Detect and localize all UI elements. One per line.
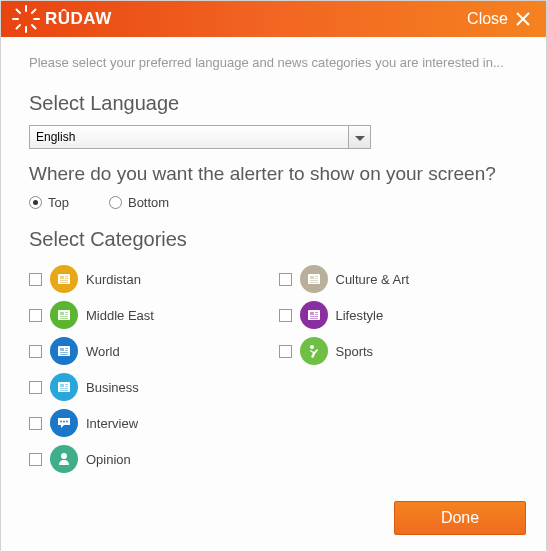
svg-rect-47 [315,314,318,315]
category-label: Interview [86,416,138,431]
category-checkbox[interactable] [279,273,292,286]
category-item: Kurdistan [29,261,269,297]
category-item: Business [29,369,269,405]
svg-point-50 [310,345,314,349]
category-checkbox[interactable] [29,381,42,394]
dialog-header: RÛDAW Close [1,1,546,37]
svg-rect-46 [315,312,318,313]
close-icon [514,10,532,28]
category-item: Opinion [29,441,269,477]
category-label: Business [86,380,139,395]
radio-label: Top [48,195,69,210]
news-icon [50,301,78,329]
radio-option-top[interactable]: Top [29,195,69,210]
dialog-footer: Done [1,491,546,551]
radio-option-bottom[interactable]: Bottom [109,195,169,210]
brand-logo: RÛDAW [11,4,112,34]
category-checkbox[interactable] [29,417,42,430]
categories-grid: KurdistanMiddle EastWorldBusinessIntervi… [29,261,518,477]
svg-rect-39 [310,276,314,279]
category-item: Sports [279,333,519,369]
svg-rect-19 [65,314,68,315]
category-label: Middle East [86,308,154,323]
news-icon [50,265,78,293]
category-checkbox[interactable] [29,345,42,358]
opinion-icon [50,445,78,473]
svg-rect-14 [60,280,68,281]
alerter-question: Where do you want the alerter to show on… [29,163,518,185]
news-icon [50,373,78,401]
svg-rect-24 [65,348,68,349]
radio-icon [29,196,42,209]
category-label: Opinion [86,452,131,467]
svg-rect-13 [65,278,68,279]
svg-rect-29 [60,384,64,387]
category-label: World [86,344,120,359]
category-label: Sports [336,344,374,359]
svg-rect-23 [60,348,64,351]
svg-rect-21 [60,318,68,319]
brand-text: RÛDAW [45,9,112,29]
language-select[interactable]: English [29,125,349,149]
svg-line-5 [32,25,36,29]
sun-icon [11,4,41,34]
svg-rect-33 [60,390,68,391]
svg-rect-18 [65,312,68,313]
svg-rect-20 [60,316,68,317]
category-item: Culture & Art [279,261,519,297]
svg-rect-32 [60,388,68,389]
categories-left-column: KurdistanMiddle EastWorldBusinessIntervi… [29,261,269,477]
alerter-position-group: Top Bottom [29,195,518,210]
categories-heading: Select Categories [29,228,518,251]
news-icon [300,265,328,293]
svg-rect-45 [310,312,314,315]
category-checkbox[interactable] [279,309,292,322]
svg-rect-11 [60,276,64,279]
svg-rect-15 [60,282,68,283]
language-selected-value: English [36,130,75,144]
svg-point-35 [63,421,65,423]
category-checkbox[interactable] [29,453,42,466]
speech-icon [50,409,78,437]
category-checkbox[interactable] [279,345,292,358]
done-button[interactable]: Done [394,501,526,535]
svg-point-34 [60,421,62,423]
svg-rect-27 [60,354,68,355]
category-checkbox[interactable] [29,273,42,286]
svg-rect-31 [65,386,68,387]
sports-icon [300,337,328,365]
chevron-down-icon [355,128,365,146]
dialog-body: Please select your preferred language an… [1,37,546,491]
svg-rect-30 [65,384,68,385]
svg-rect-40 [315,276,318,277]
category-item: Middle East [29,297,269,333]
svg-line-7 [32,10,36,14]
language-dropdown-button[interactable] [349,125,371,149]
svg-line-6 [17,25,21,29]
svg-rect-26 [60,352,68,353]
category-item: World [29,333,269,369]
close-button[interactable]: Close [467,10,532,28]
svg-rect-48 [310,316,318,317]
svg-point-36 [66,421,68,423]
category-label: Lifestyle [336,308,384,323]
svg-rect-25 [65,350,68,351]
svg-rect-17 [60,312,64,315]
language-select-row: English [29,125,518,149]
category-checkbox[interactable] [29,309,42,322]
categories-right-column: Culture & ArtLifestyleSports [279,261,519,477]
svg-rect-12 [65,276,68,277]
news-icon [50,337,78,365]
radio-label: Bottom [128,195,169,210]
svg-rect-42 [310,280,318,281]
category-label: Kurdistan [86,272,141,287]
category-item: Interview [29,405,269,441]
close-label: Close [467,10,508,28]
category-label: Culture & Art [336,272,410,287]
svg-line-4 [17,10,21,14]
preferences-dialog: RÛDAW Close Please select your preferred… [1,1,546,551]
svg-rect-43 [310,282,318,283]
language-heading: Select Language [29,92,518,115]
svg-point-37 [61,453,67,459]
instruction-text: Please select your preferred language an… [29,55,518,70]
